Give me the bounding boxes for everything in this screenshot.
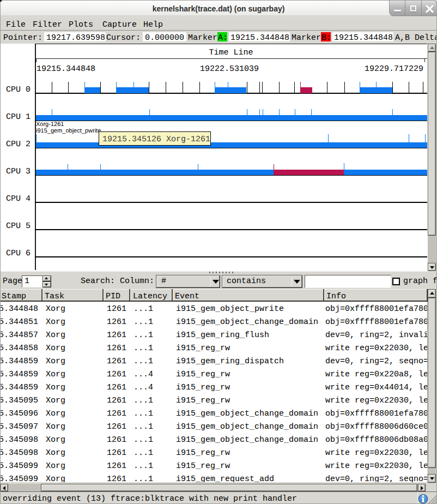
svg-text:19215.344848: 19215.344848 xyxy=(37,64,95,74)
svg-text:CPU 3: CPU 3 xyxy=(6,167,31,176)
svg-text:CPU 2: CPU 2 xyxy=(6,140,31,149)
svg-text:Time Line: Time Line xyxy=(209,48,253,57)
svg-text:19222.531039: 19222.531039 xyxy=(200,64,259,74)
svg-text:19215.345126 Xorg-1261: 19215.345126 Xorg-1261 xyxy=(102,135,210,144)
svg-text:CPU 6: CPU 6 xyxy=(6,249,31,258)
svg-text:19229.717229: 19229.717229 xyxy=(365,64,423,74)
svg-text:CPU 1: CPU 1 xyxy=(6,112,31,122)
svg-text:i915_gem_object_pwrite: i915_gem_object_pwrite xyxy=(36,128,101,134)
svg-text:Xorg-1261: Xorg-1261 xyxy=(36,121,64,128)
svg-text:CPU 4: CPU 4 xyxy=(6,194,31,203)
svg-text:CPU 0: CPU 0 xyxy=(6,85,31,94)
svg-text:CPU 5: CPU 5 xyxy=(6,221,31,231)
